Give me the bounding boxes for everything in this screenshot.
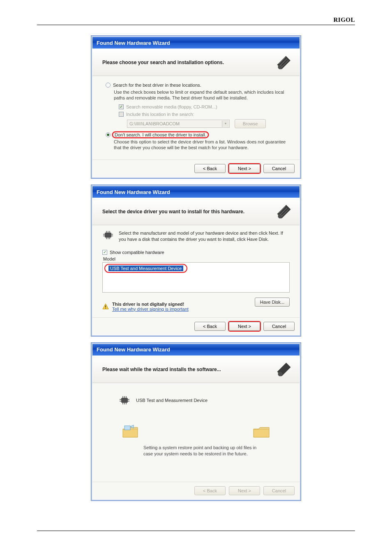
checkbox-icon [102, 250, 107, 255]
signature-warning: This driver is not digitally signed! Tel… [102, 302, 189, 312]
window-title: Found New Hardware Wizard [97, 40, 170, 46]
button-row: < Back Next > Cancel [92, 317, 300, 335]
destination-folder-icon [252, 423, 271, 440]
button-row: < Back Next > Cancel [92, 159, 300, 177]
dialog-header: Please choose your search and installati… [92, 48, 300, 76]
instruction-text: Select the manufacturer and model of you… [119, 230, 290, 242]
svg-rect-4 [105, 308, 106, 309]
checkbox-icon [119, 112, 124, 117]
title-bar[interactable]: Found New Hardware Wizard [92, 37, 300, 48]
chevron-down-icon: ▾ [222, 120, 229, 127]
brand-text: RIGOL [333, 16, 355, 23]
hardware-icon [274, 202, 294, 222]
dialog-header-title: Please wait while the wizard installs th… [102, 367, 221, 372]
warning-text: This driver is not digitally signed! [112, 302, 189, 307]
svg-rect-2 [105, 233, 111, 238]
device-name: USB Test and Measurement Device [136, 398, 208, 403]
hardware-icon [274, 53, 294, 72]
window-title: Found New Hardware Wizard [97, 189, 170, 195]
button-row: < Back Next > Cancel [92, 482, 300, 499]
cancel-button[interactable]: Cancel [263, 164, 295, 173]
window-title: Found New Hardware Wizard [97, 346, 170, 353]
wizard-dialog-installing: Found New Hardware Wizard Please wait wh… [92, 344, 300, 500]
radio-icon [106, 83, 111, 88]
model-column-header: Model [103, 256, 290, 261]
next-button[interactable]: Next > [229, 164, 260, 173]
option2-description: Choose this option to select the device … [114, 139, 290, 151]
path-text: G:\IIIII\LAN\BROADCOM [129, 121, 180, 126]
page-footer-rule [37, 531, 355, 531]
have-disk-button[interactable]: Have Disk... [255, 298, 290, 307]
checkbox-label: Search removable media (floppy, CD-ROM..… [126, 104, 217, 109]
radio-label-highlighted: Don't search. I will choose the driver t… [113, 132, 208, 137]
title-bar[interactable]: Found New Hardware Wizard [92, 344, 300, 355]
wizard-dialog-search-options: Found New Hardware Wizard Please choose … [92, 37, 300, 178]
file-copy-animation [102, 423, 290, 440]
dialog-header: Select the device driver you want to ins… [92, 198, 300, 225]
driver-list[interactable]: USB Test and Measurement Device [102, 262, 290, 293]
svg-rect-6 [121, 398, 128, 403]
radio-dont-search[interactable]: Don't search. I will choose the driver t… [106, 132, 290, 137]
checkbox-removable-media: Search removable media (floppy, CD-ROM..… [119, 104, 290, 109]
browse-button: Browse [235, 119, 266, 128]
source-folder-icon [121, 423, 140, 440]
wizard-dialog-select-driver: Found New Hardware Wizard Select the dev… [92, 186, 300, 335]
radio-search-best-driver[interactable]: Search for the best driver in these loca… [106, 83, 290, 88]
checkbox-label: Show compatible hardware [110, 250, 164, 255]
checkbox-show-compatible[interactable]: Show compatible hardware [102, 250, 290, 255]
back-button: < Back [194, 486, 226, 495]
back-button[interactable]: < Back [194, 322, 226, 331]
dialog-header-title: Please choose your search and installati… [102, 60, 224, 65]
restore-point-note: Setting a system restore point and backi… [102, 445, 290, 464]
back-button[interactable]: < Back [194, 164, 226, 173]
next-button[interactable]: Next > [229, 322, 260, 331]
hardware-icon [274, 360, 294, 379]
warning-icon [102, 303, 109, 310]
checkbox-icon [119, 104, 124, 109]
svg-point-5 [278, 372, 282, 376]
radio-icon [106, 132, 111, 137]
location-path-combo: G:\IIIII\LAN\BROADCOM ▾ [127, 120, 230, 128]
why-signing-link[interactable]: Tell me why driver signing is important [112, 307, 189, 312]
title-bar[interactable]: Found New Hardware Wizard [92, 186, 300, 198]
dialog-header: Please wait while the wizard installs th… [92, 355, 300, 383]
option1-description: Use the check boxes below to limit or ex… [114, 89, 290, 101]
cancel-button[interactable]: Cancel [263, 322, 295, 331]
dialog-header-title: Select the device driver you want to ins… [102, 209, 244, 215]
driver-list-item[interactable]: USB Test and Measurement Device [108, 265, 183, 271]
chip-icon [102, 230, 114, 240]
chip-icon [119, 395, 130, 405]
radio-label: Search for the best driver in these loca… [113, 83, 201, 88]
checkbox-label: Include this location in the search: [126, 112, 194, 117]
next-button: Next > [229, 486, 260, 495]
page-header: RIGOL [37, 16, 355, 25]
svg-rect-3 [105, 305, 106, 307]
svg-rect-7 [125, 426, 130, 430]
cancel-button: Cancel [263, 486, 295, 495]
checkbox-include-location: Include this location in the search: [119, 112, 290, 117]
